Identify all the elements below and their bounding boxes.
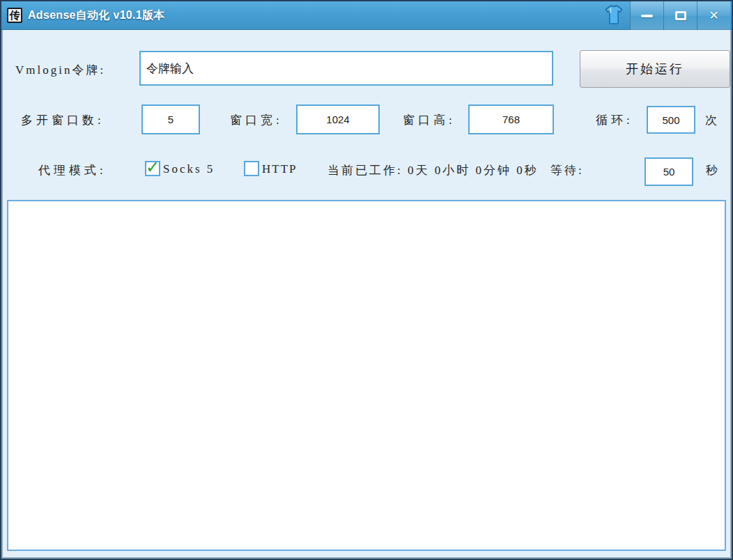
caption-buttons: ✕ (598, 1, 730, 30)
shirt-icon (603, 3, 625, 29)
worked-time-value: 当前已工作: 0天 0小时 0分钟 0秒 (327, 164, 539, 177)
minimize-icon (641, 15, 653, 17)
socks5-checkbox-label[interactable]: Socks 5 (163, 162, 215, 176)
maximize-icon (675, 11, 686, 20)
socks5-checkbox[interactable]: ✓ (145, 161, 160, 176)
close-icon: ✕ (709, 10, 718, 22)
wait-seconds-input[interactable]: 50 (645, 157, 693, 186)
start-run-button[interactable]: 开始运行 (580, 50, 730, 88)
minimize-button[interactable] (631, 1, 663, 30)
http-checkbox-label[interactable]: HTTP (262, 162, 298, 176)
close-button[interactable]: ✕ (697, 1, 730, 30)
token-label: Vmlogin令牌: (15, 62, 105, 78)
window-title: Adsense自动化 v10.1版本 (28, 8, 165, 23)
proxy-mode-label: 代理模式: (38, 162, 107, 178)
worked-time-text: 当前已工作: 0天 0小时 0分钟 0秒 等待: (327, 162, 584, 178)
window-height-input[interactable]: 768 (468, 104, 554, 134)
http-checkbox[interactable] (244, 161, 259, 176)
wait-unit-label: 秒 (706, 162, 721, 178)
loop-label: 循环: (596, 112, 633, 128)
window-width-label: 窗口宽: (230, 112, 283, 128)
app-window: 传 Adsense自动化 v10.1版本 ✕ (0, 0, 733, 560)
maximize-button[interactable] (664, 1, 697, 30)
multi-window-label: 多开窗口数: (21, 112, 105, 128)
window-height-label: 窗口高: (403, 112, 456, 128)
titlebar[interactable]: 传 Adsense自动化 v10.1版本 ✕ (1, 1, 732, 30)
loop-count-input[interactable]: 500 (647, 106, 695, 134)
skin-theme-button[interactable] (598, 1, 630, 30)
token-input[interactable]: 令牌输入 (139, 51, 553, 86)
app-icon: 传 (7, 8, 22, 23)
log-output[interactable] (7, 200, 726, 551)
window-width-input[interactable]: 1024 (296, 104, 380, 134)
multi-window-input[interactable]: 5 (141, 104, 200, 134)
loop-unit-label: 次 (705, 112, 720, 128)
wait-label: 等待: (550, 164, 584, 177)
